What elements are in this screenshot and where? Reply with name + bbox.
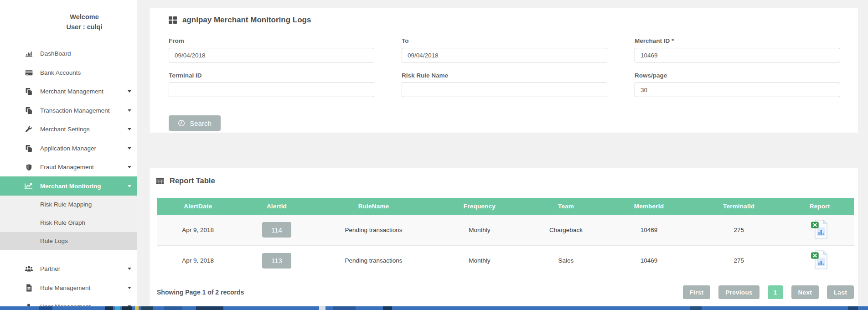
alert-id-button[interactable]: 114 [262,222,291,238]
monitoring-logs-panel: agnipay Merchant Monitoring Logs From To… [149,8,859,133]
submenu-item-risk-rule-mapping[interactable]: Risk Rule Mapping [0,196,137,214]
pagination: First Previous 1 Next Last [683,285,854,299]
credit-card-icon [24,69,33,77]
file-text-icon [24,284,33,292]
chevron-down-icon [128,147,131,150]
table-row: Apr 9, 2018 113 Pending transactions Mon… [157,245,854,276]
taskbar-app-sliver [164,306,182,310]
search-button-label: Search [190,119,212,127]
col-report: Report [785,198,854,215]
page-title: agnipay Merchant Monitoring Logs [182,16,311,25]
risk-rule-name-input[interactable] [402,83,607,97]
taskbar-app-sliver [105,306,113,310]
field-to: To [402,37,607,62]
taskbar-app-sliver [39,306,52,310]
wrench-icon [24,126,33,133]
submenu-item-risk-rule-graph[interactable]: Risk Rule Graph [0,214,137,232]
excel-export-icon[interactable] [811,250,828,270]
alert-id-button[interactable]: 113 [262,253,291,269]
table-icon [156,177,164,185]
field-terminal-id: Terminal ID [169,72,374,97]
users-icon [24,265,33,272]
col-rulename: RuleName [315,198,433,215]
col-frequency: Frequency [433,198,526,215]
sidebar-nav: DashBoard Bank Accounts Merchant Managem… [0,44,137,310]
terminal-id-label: Terminal ID [169,72,374,79]
sidebar-item-transaction-management[interactable]: Transaction Management [0,101,137,120]
excel-export-icon[interactable] [811,219,828,239]
sidebar-item-bank-accounts[interactable]: Bank Accounts [0,63,137,82]
chevron-down-icon [128,128,131,130]
cell-team: Chargeback [526,215,605,245]
pagination-last-button[interactable]: Last [827,285,854,299]
col-terminalid: TerminalId [692,198,785,215]
sidebar-item-partner[interactable]: Partner [0,259,137,279]
field-risk-rule-name: Risk Rule Name [402,72,607,97]
merchant-id-label: Merchant ID * [635,37,840,44]
sidebar-item-merchant-settings[interactable]: Merchant Settings [0,120,137,139]
sidebar-item-merchant-management[interactable]: Merchant Management [0,82,137,101]
sidebar-item-label: Bank Accounts [40,69,81,76]
panel-title-row: agnipay Merchant Monitoring Logs [169,16,840,25]
showing-records-text: Showing Page 1 of 2 records [157,289,244,296]
line-chart-icon [24,183,33,190]
copy-icon [24,145,33,152]
report-table: AlertDate AlertId RuleName Frequency Tea… [157,198,854,276]
to-date-input[interactable] [402,48,607,62]
copy-icon [24,88,33,95]
cell-memberid: 10469 [606,215,692,245]
sidebar-item-label: DashBoard [40,50,71,57]
sidebar-item-dashboard[interactable]: DashBoard [0,44,137,63]
sidebar-item-application-manager[interactable]: Application Manager [0,139,137,158]
to-label: To [402,37,607,44]
report-table-panel: Report Table AlertDate AlertId RuleName … [149,168,859,306]
col-memberid: MemberId [606,198,692,215]
pagination-first-button[interactable]: First [683,285,711,299]
sidebar-item-rule-management[interactable]: Rule Management [0,278,137,297]
taskbar-app-sliver [135,306,139,310]
sidebar-item-label: Rule Management [40,284,90,291]
table-footer: Showing Page 1 of 2 records First Previo… [157,280,854,304]
chevron-down-icon [128,268,131,270]
welcome-line1: Welcome [32,12,137,22]
pagination-page-button[interactable]: 1 [768,285,783,299]
field-from: From [169,37,374,62]
submenu-item-rule-logs[interactable]: Rule Logs [0,232,137,250]
sidebar-item-merchant-monitoring[interactable]: Merchant Monitoring [0,176,137,196]
taskbar-app-sliver [319,306,326,310]
pagination-previous-button[interactable]: Previous [718,285,759,299]
cell-terminalid: 275 [692,215,785,245]
cell-alertid: 113 [239,245,314,276]
report-table-wrap: AlertDate AlertId RuleName Frequency Tea… [157,198,854,276]
chevron-down-icon [128,185,131,187]
from-date-input[interactable] [169,48,374,62]
taskbar-app-sliver [690,306,702,310]
clock-icon [178,119,185,127]
merchant-id-input[interactable] [635,48,840,62]
chevron-down-icon [128,287,131,289]
shield-icon [24,164,33,171]
cell-frequency: Monthly [433,245,526,276]
sidebar-item-label: Merchant Management [40,88,103,95]
rows-per-page-input[interactable] [635,83,840,97]
field-rows-per-page: Rows/page [635,72,840,97]
terminal-id-input[interactable] [169,83,374,97]
taskbar-app-sliver [383,306,392,310]
taskbar-app-sliver [141,306,153,310]
sidebar-item-label: Partner [40,265,60,272]
welcome-username: User : culqi [32,22,137,32]
report-title-row: Report Table [150,176,858,185]
pagination-next-button[interactable]: Next [791,285,819,299]
table-row: Apr 9, 2018 114 Pending transactions Mon… [157,215,854,245]
sidebar-item-fraud-management[interactable]: Fraud Management [0,158,137,177]
taskbar-app-sliver [115,306,120,310]
chevron-down-icon [128,109,131,112]
risk-rule-name-label: Risk Rule Name [402,72,607,79]
sidebar-item-label: Transaction Management [40,107,110,114]
cell-memberid: 10469 [606,245,692,276]
table-header-row: AlertDate AlertId RuleName Frequency Tea… [157,198,854,215]
search-button[interactable]: Search [169,115,221,131]
cell-team: Sales [526,245,605,276]
cell-alertdate: Apr 9, 2018 [157,215,239,245]
cell-frequency: Monthly [433,215,526,245]
